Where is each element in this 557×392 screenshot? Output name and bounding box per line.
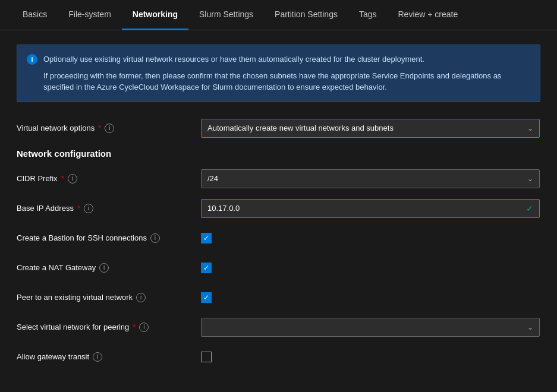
peer-vnet-checkbox[interactable]: ✓ <box>201 292 212 303</box>
required-star-cidr: * <box>61 174 64 183</box>
network-config-title: Network configuration <box>17 148 540 159</box>
virtual-network-dropdown-wrapper: Automatically create new virtual network… <box>201 119 540 138</box>
create-bastion-row: Create a Bastion for SSH connections i ✓ <box>17 229 540 248</box>
chevron-down-icon: ⌄ <box>527 323 533 331</box>
base-ip-row: Base IP Address * i 10.17.0.0 ✓ <box>17 199 540 218</box>
virtual-network-row: Virtual network options * i Automaticall… <box>17 119 540 138</box>
bastion-info-icon[interactable]: i <box>150 233 160 243</box>
nav-partition[interactable]: Partition Settings <box>264 0 348 30</box>
select-vnet-dropdown-wrapper: ⌄ <box>201 318 540 337</box>
base-ip-input[interactable]: 10.17.0.0 ✓ <box>201 199 540 218</box>
cidr-value: /24 <box>207 174 218 183</box>
base-ip-value: 10.17.0.0 <box>207 204 240 213</box>
required-star-select-vnet: * <box>133 323 136 331</box>
cidr-info-icon[interactable]: i <box>68 174 77 184</box>
nav-review[interactable]: Review + create <box>388 0 469 30</box>
virtual-network-label: Virtual network options * i <box>17 124 201 133</box>
allow-gateway-checkbox-wrapper <box>201 352 212 362</box>
top-navigation: Basics File-system Networking Slurm Sett… <box>0 0 557 30</box>
peer-vnet-info-icon[interactable]: i <box>136 293 146 302</box>
create-bastion-checkbox[interactable]: ✓ <box>201 233 212 244</box>
allow-gateway-label: Allow gateway transit i <box>17 352 201 362</box>
network-config-section: Network configuration CIDR Prefix * i /2… <box>17 148 540 366</box>
virtual-network-dropdown[interactable]: Automatically create new virtual network… <box>201 119 540 138</box>
cidr-dropdown-wrapper: /24 ⌄ <box>201 169 540 188</box>
chevron-down-icon: ⌄ <box>527 175 533 183</box>
select-vnet-label: Select virtual network for peering * i <box>17 323 201 332</box>
info-banner: i Optionally use existing virtual networ… <box>17 45 540 102</box>
create-bastion-label: Create a Bastion for SSH connections i <box>17 233 201 243</box>
vnet-info-icon[interactable]: i <box>105 124 114 133</box>
select-vnet-dropdown[interactable]: ⌄ <box>201 318 540 337</box>
select-vnet-row: Select virtual network for peering * i ⌄ <box>17 318 540 337</box>
info-icon: i <box>27 54 37 65</box>
nav-slurm[interactable]: Slurm Settings <box>188 0 264 30</box>
peer-vnet-row: Peer to an existing virtual network i ✓ <box>17 288 540 307</box>
checkmark-icon: ✓ <box>526 204 533 213</box>
cidr-prefix-row: CIDR Prefix * i /24 ⌄ <box>17 169 540 188</box>
virtual-network-value: Automatically create new virtual network… <box>207 124 394 132</box>
nav-networking[interactable]: Networking <box>122 0 188 30</box>
create-nat-checkbox[interactable]: ✓ <box>201 263 212 273</box>
required-star-ip: * <box>77 204 80 213</box>
banner-line2: If proceeding with the former, then plea… <box>27 70 530 93</box>
nav-filesystem[interactable]: File-system <box>58 0 122 30</box>
peer-vnet-label: Peer to an existing virtual network i <box>17 293 201 302</box>
create-nat-checkbox-wrapper: ✓ <box>201 263 212 273</box>
create-nat-label: Create a NAT Gateway i <box>17 263 201 273</box>
allow-gateway-row: Allow gateway transit i <box>17 347 540 366</box>
nav-basics[interactable]: Basics <box>12 0 58 30</box>
base-ip-label: Base IP Address * i <box>17 204 201 213</box>
required-star-vnet: * <box>98 124 101 132</box>
banner-line1: Optionally use existing virtual network … <box>43 53 424 65</box>
checkmark-icon: ✓ <box>203 235 209 242</box>
peer-vnet-checkbox-wrapper: ✓ <box>201 292 212 303</box>
cidr-dropdown[interactable]: /24 ⌄ <box>201 169 540 188</box>
nat-info-icon[interactable]: i <box>99 263 109 273</box>
base-ip-input-wrapper: 10.17.0.0 ✓ <box>201 199 540 218</box>
create-bastion-checkbox-wrapper: ✓ <box>201 233 212 244</box>
base-ip-info-icon[interactable]: i <box>84 204 93 213</box>
select-vnet-info-icon[interactable]: i <box>139 323 149 332</box>
checkmark-icon: ✓ <box>203 294 209 301</box>
cidr-label: CIDR Prefix * i <box>17 174 201 184</box>
checkmark-icon: ✓ <box>203 264 209 271</box>
main-content: i Optionally use existing virtual networ… <box>0 30 557 391</box>
create-nat-row: Create a NAT Gateway i ✓ <box>17 258 540 277</box>
allow-gateway-checkbox[interactable] <box>201 352 212 362</box>
nav-tags[interactable]: Tags <box>348 0 388 30</box>
chevron-down-icon: ⌄ <box>527 124 533 132</box>
gateway-info-icon[interactable]: i <box>93 352 102 362</box>
